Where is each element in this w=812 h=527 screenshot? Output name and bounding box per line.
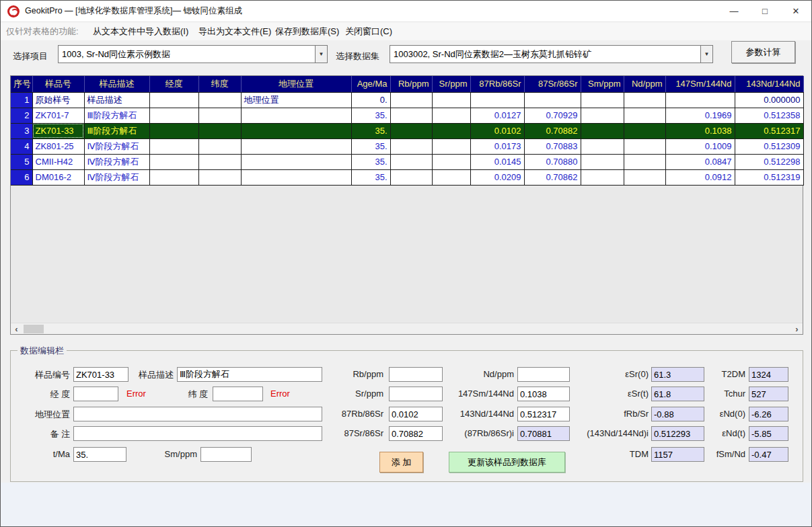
cell[interactable]: [390, 169, 432, 185]
cell[interactable]: [581, 108, 624, 123]
cell[interactable]: [624, 92, 665, 108]
minimize-button[interactable]: —: [718, 1, 749, 22]
cell[interactable]: [198, 169, 241, 185]
column-header[interactable]: Sm/ppm: [581, 76, 624, 92]
cell[interactable]: 35.: [351, 169, 390, 185]
cell[interactable]: 0.0173: [470, 138, 524, 154]
menu-item-save[interactable]: 保存到数据库(S): [275, 26, 339, 38]
cell[interactable]: [241, 108, 351, 123]
maximize-button[interactable]: □: [749, 1, 780, 22]
cell[interactable]: [390, 108, 432, 123]
cell[interactable]: 0.0912: [665, 169, 735, 185]
row-number[interactable]: 2: [11, 108, 32, 123]
cell[interactable]: [624, 108, 665, 123]
chevron-down-icon[interactable]: ▼: [700, 46, 712, 63]
cell[interactable]: [432, 108, 470, 123]
t-ma-field[interactable]: [73, 447, 126, 462]
tdm-field[interactable]: [651, 447, 704, 462]
cell[interactable]: [149, 138, 198, 154]
row-number[interactable]: 1: [11, 92, 32, 108]
cell[interactable]: [581, 138, 624, 154]
cell[interactable]: ZK801-25: [32, 138, 84, 154]
endt-field[interactable]: [749, 426, 788, 441]
column-header[interactable]: 纬度: [198, 76, 241, 92]
cell[interactable]: 0.512309: [735, 138, 803, 154]
cell[interactable]: 35.: [351, 108, 390, 123]
cell[interactable]: [241, 123, 351, 138]
dataset-select[interactable]: 1003002, Sr-Nd同位素数据2—玉树东莫扎抓铅锌矿 ▼: [390, 45, 713, 63]
column-header[interactable]: 样品描述: [84, 76, 149, 92]
cell[interactable]: 0.1969: [665, 108, 735, 123]
column-header[interactable]: 地理位置: [241, 76, 351, 92]
cell[interactable]: [581, 169, 624, 185]
scroll-right-icon[interactable]: ›: [791, 323, 803, 335]
cell[interactable]: Ⅳ阶段方解石: [84, 138, 149, 154]
add-button[interactable]: 添 加: [379, 452, 423, 473]
cell[interactable]: [624, 169, 665, 185]
cell[interactable]: [432, 169, 470, 185]
column-header[interactable]: 87Sr/86Sr: [524, 76, 581, 92]
esr0-field[interactable]: [651, 367, 704, 382]
cell[interactable]: 原始样号: [32, 92, 84, 108]
cell[interactable]: 0.0145: [470, 154, 524, 169]
remark-field[interactable]: [73, 426, 322, 441]
scrollbar-thumb[interactable]: [24, 325, 44, 333]
cell[interactable]: ZK701-33: [32, 123, 84, 138]
cell[interactable]: 0.512317: [735, 123, 803, 138]
longitude-field[interactable]: [73, 387, 118, 401]
cell[interactable]: [470, 92, 524, 108]
cell[interactable]: 0.000000: [735, 92, 803, 108]
cell[interactable]: 35.: [351, 123, 390, 138]
menu-item-export[interactable]: 导出为文本文件(E): [198, 26, 271, 38]
cell[interactable]: 0.0847: [665, 154, 735, 169]
cell[interactable]: 0.0209: [470, 169, 524, 185]
cell[interactable]: Ⅲ阶段方解石: [84, 123, 149, 138]
cell[interactable]: ZK701-7: [32, 108, 84, 123]
cell[interactable]: [198, 123, 241, 138]
cell[interactable]: [390, 123, 432, 138]
cell[interactable]: [524, 92, 581, 108]
nd-initial-field[interactable]: [651, 426, 704, 441]
menu-item-import[interactable]: 从文本文件中导入数据(I): [93, 26, 188, 38]
column-header[interactable]: Sr/ppm: [432, 76, 470, 92]
cell[interactable]: 35.: [351, 154, 390, 169]
cell[interactable]: [624, 123, 665, 138]
cell[interactable]: [581, 92, 624, 108]
chevron-down-icon[interactable]: ▼: [315, 46, 327, 63]
t2dm-field[interactable]: [749, 367, 788, 382]
cell[interactable]: [665, 92, 735, 108]
column-header[interactable]: 143Nd/144Nd: [735, 76, 803, 92]
cell[interactable]: [624, 154, 665, 169]
column-header[interactable]: 经度: [149, 76, 198, 92]
row-number[interactable]: 3: [11, 123, 32, 138]
project-select[interactable]: 1003, Sr-Nd同位素示例数据 ▼: [58, 45, 328, 63]
cell[interactable]: Ⅲ阶段方解石: [84, 108, 149, 123]
location-field[interactable]: [73, 407, 322, 421]
cell[interactable]: [198, 108, 241, 123]
cell[interactable]: [432, 138, 470, 154]
cell[interactable]: 0.70929: [524, 108, 581, 123]
close-button[interactable]: ✕: [780, 1, 811, 22]
cell[interactable]: [390, 92, 432, 108]
cell[interactable]: 0.1009: [665, 138, 735, 154]
column-header[interactable]: Nd/ppm: [624, 76, 665, 92]
cell[interactable]: [149, 123, 198, 138]
column-header[interactable]: 样品号: [32, 76, 84, 92]
menu-item-close-window[interactable]: 关闭窗口(C): [345, 26, 392, 38]
cell[interactable]: [390, 154, 432, 169]
cell[interactable]: [241, 169, 351, 185]
cell[interactable]: 0.1038: [665, 123, 735, 138]
column-header[interactable]: 序号: [11, 76, 32, 92]
horizontal-scrollbar[interactable]: ‹ ›: [11, 323, 803, 334]
scroll-left-icon[interactable]: ‹: [11, 323, 22, 335]
cell[interactable]: [149, 154, 198, 169]
cell[interactable]: [581, 123, 624, 138]
cell[interactable]: 0.512319: [735, 169, 803, 185]
cell[interactable]: [432, 123, 470, 138]
cell[interactable]: CMII-H42: [32, 154, 84, 169]
cell[interactable]: [432, 154, 470, 169]
cell[interactable]: [581, 154, 624, 169]
row-number[interactable]: 5: [11, 154, 32, 169]
column-header[interactable]: Age/Ma: [351, 76, 390, 92]
tchur-field[interactable]: [749, 387, 788, 401]
